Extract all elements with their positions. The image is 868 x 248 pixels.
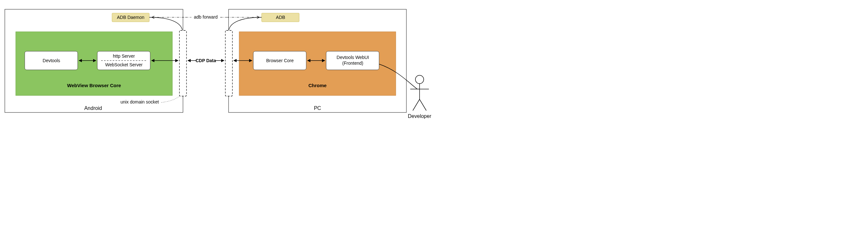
- svg-line-23: [420, 99, 426, 111]
- adb-daemon-label: ADB Daemon: [117, 15, 145, 20]
- browser-core-box: Browser Core: [253, 51, 306, 70]
- webview-core-title: WebView Browser Core: [67, 83, 121, 88]
- android-title: Android: [84, 105, 102, 111]
- unix-socket-label: unix domain socket: [120, 99, 159, 104]
- android-socket-port: [180, 30, 186, 96]
- pc-title: PC: [314, 105, 321, 111]
- svg-rect-6: [180, 30, 186, 96]
- adb-daemon-box: ADB Daemon: [112, 13, 149, 22]
- ws-server-label: WebSocket Server: [105, 62, 143, 67]
- devtools-label: Devtools: [43, 58, 60, 63]
- adb-box: ADB: [261, 13, 299, 22]
- browser-core-label: Browser Core: [266, 58, 294, 63]
- http-server-label: http Server: [113, 54, 135, 59]
- pc-socket-port: [225, 30, 232, 96]
- devtools-webui-line1: Devtools WebUI: [337, 55, 369, 60]
- adb-forward-label2: adb forward: [194, 14, 218, 20]
- svg-line-22: [413, 99, 420, 111]
- adb-label: ADB: [276, 15, 285, 20]
- chrome-title: Chrome: [309, 83, 327, 88]
- svg-point-19: [415, 75, 424, 84]
- cdp-data-label: CDP Data: [195, 58, 216, 63]
- devtools-webui-box: Devtools WebUI (Frontend): [326, 51, 379, 70]
- svg-rect-12: [225, 30, 232, 96]
- devtools-box: Devtools: [25, 51, 78, 70]
- developer-label: Developer: [408, 113, 432, 119]
- devtools-webui-line2: (Frontend): [342, 61, 363, 66]
- architecture-diagram: Android ADB Daemon WebView Browser Core …: [0, 0, 434, 124]
- cdp-data-line: CDP Data: [188, 58, 224, 63]
- server-box: http Server WebSocket Server: [97, 51, 150, 70]
